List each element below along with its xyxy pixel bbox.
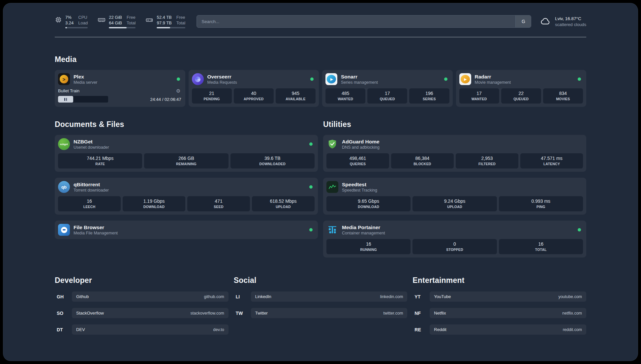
bookmark-group-social: Social LI LinkedIn linkedin.com TW Twitt… — [234, 276, 408, 318]
service-card-sonarr[interactable]: ▶ Sonarr Series management 485 WANTED — [322, 70, 453, 107]
stat-label: SEED — [189, 204, 249, 209]
bookmark-link-stackoverflow[interactable]: StackOverflow stackoverflow.com — [72, 308, 229, 318]
plex-icon: > — [58, 73, 70, 85]
playback-progress-bar[interactable] — [58, 96, 108, 103]
bookmark-abbr: SO — [55, 311, 72, 316]
memory-widget: 22 GiB Free 64 GiB Total — [98, 15, 136, 28]
stat-tile: 485 WANTED — [325, 88, 365, 104]
service-card-speedtest[interactable]: Speedtest Speedtest Tracking 9.65 Gbps D… — [323, 178, 586, 215]
bookmark-abbr: RE — [412, 327, 430, 332]
stat-tile: 47.571 ms LATENCY — [520, 153, 583, 168]
pause-icon[interactable] — [58, 96, 73, 103]
status-dot — [310, 77, 314, 81]
stat-label: STOPPED — [414, 247, 495, 252]
search-bar[interactable]: G — [197, 15, 531, 28]
stat-label: UPLOAD — [414, 204, 495, 209]
stat-value: 2,953 — [457, 155, 517, 161]
service-name: Speedtest — [342, 181, 377, 188]
stat-value: 9.65 Gbps — [328, 198, 409, 204]
service-card-radarr[interactable]: ▶ Radarr Movie management 17 WANTED — [456, 70, 587, 107]
bookmark-group-developer: Developer GH Github github.com SO StackO… — [55, 276, 229, 335]
service-card-overseerr[interactable]: Overseerr Media Requests 21 PENDING 40 A… — [189, 70, 319, 107]
gear-icon[interactable]: ⚙ — [176, 88, 180, 93]
service-name: Media Portainer — [342, 224, 385, 230]
service-card-plex[interactable]: > Plex Media server Bullet Train ⚙ — [55, 70, 185, 107]
filebrowser-icon — [58, 224, 70, 236]
stat-value: 471 — [189, 198, 249, 204]
service-card-nzbget[interactable]: nzbget NZBGet Usenet downloader 744.21 M… — [55, 135, 318, 172]
stat-label: DOWNLOAD — [328, 204, 409, 209]
bookmark-link-netflix[interactable]: Netflix netflix.com — [430, 308, 586, 318]
stat-tile: 17 WANTED — [459, 88, 499, 104]
stat-value: 9.24 Gbps — [414, 198, 495, 204]
status-dot — [444, 77, 447, 81]
stat-label: WANTED — [461, 97, 498, 101]
bookmark-abbr: NF — [412, 311, 430, 316]
bookmark-link-dev[interactable]: DEV dev.to — [72, 324, 229, 335]
search-input[interactable] — [197, 15, 515, 27]
disk-usage-bar — [157, 27, 185, 28]
service-card-portainer[interactable]: Media Portainer Container management 16 … — [323, 221, 586, 258]
memory-icon — [98, 16, 106, 24]
service-card-qbittorrent[interactable]: qb qBittorrent Torrent downloader 16 LEE… — [55, 178, 318, 215]
stat-label: WANTED — [327, 97, 364, 101]
stat-value: 945 — [277, 90, 314, 96]
status-dot — [309, 185, 313, 189]
radarr-icon: ▶ — [459, 73, 471, 85]
bookmark-link-github[interactable]: Github github.com — [72, 291, 229, 302]
cpu-percent: 7% — [65, 15, 74, 20]
section-title-entertainment: Entertainment — [412, 276, 586, 285]
stat-tile: 498,461 QUERIES — [326, 153, 389, 168]
stat-value: 16 — [328, 241, 409, 247]
search-provider-button[interactable]: G — [515, 15, 531, 27]
stat-tile: 16 RUNNING — [326, 239, 411, 254]
cpu-icon — [55, 16, 62, 23]
service-card-adguard[interactable]: AdGuard Home DNS and adblocking 498,461 … — [323, 135, 586, 172]
stat-label: DOWNLOADED — [232, 162, 313, 166]
service-name: Radarr — [475, 74, 511, 80]
sonarr-icon: ▶ — [325, 73, 337, 85]
stat-label: LEECH — [59, 204, 119, 209]
service-card-filebrowser[interactable]: File Browser Media File Management — [55, 221, 318, 239]
service-subtitle: DNS and adblocking — [342, 145, 380, 150]
stat-value: 0.993 ms — [500, 198, 582, 204]
stat-label: TOTAL — [500, 247, 582, 252]
status-dot — [578, 228, 581, 231]
stat-tile: 266 GB REMAINING — [144, 153, 228, 168]
bookmark-abbr: YT — [412, 294, 430, 299]
stat-label: MOVIES — [544, 97, 582, 101]
stat-value: 16 — [500, 241, 582, 247]
stat-tile: 471 SEED — [187, 196, 250, 211]
bookmark-link-reddit[interactable]: Reddit reddit.com — [430, 324, 586, 335]
playback-time: 24:44 / 02:06:47 — [150, 97, 181, 102]
service-subtitle: Torrent downloader — [74, 188, 109, 193]
stat-tile: 17 QUEUED — [367, 88, 407, 104]
disk-free: 52.4 TB — [157, 15, 171, 20]
bookmark-link-linkedin[interactable]: LinkedIn linkedin.com — [251, 291, 408, 302]
memory-usage-bar — [109, 27, 136, 28]
stat-tile: 9.65 Gbps DOWNLOAD — [326, 196, 411, 211]
cpu-usage-bar — [65, 27, 88, 28]
stat-label: SERIES — [411, 97, 448, 101]
section-media: Media > Plex Media server Bullet Train — [55, 55, 586, 107]
stat-tile: 2,953 FILTERED — [456, 153, 518, 168]
disk-icon — [145, 16, 153, 24]
memory-total: 64 GiB — [109, 20, 122, 26]
stat-value: 498,461 — [328, 155, 388, 161]
service-name: Overseerr — [207, 74, 237, 80]
service-name: File Browser — [74, 224, 118, 230]
status-dot — [578, 77, 581, 81]
stat-value: 744.21 Mbps — [59, 155, 141, 161]
stat-label: QUEUED — [503, 97, 540, 101]
status-dot — [309, 228, 313, 231]
stat-label: REMAINING — [145, 162, 227, 166]
now-playing-title: Bullet Train — [58, 88, 79, 93]
bookmark-link-youtube[interactable]: YouTube youtube.com — [430, 291, 586, 302]
disk-total-label: Total — [176, 20, 185, 26]
stat-value: 1.19 Gbps — [124, 198, 184, 204]
section-utilities: Utilities AdGuard Home — [323, 120, 586, 258]
portainer-icon — [326, 224, 338, 236]
bookmark-link-twitter[interactable]: Twitter twitter.com — [251, 308, 408, 318]
stat-tile: 744.21 Mbps RATE — [58, 153, 142, 168]
bookmark-abbr: TW — [234, 311, 251, 316]
